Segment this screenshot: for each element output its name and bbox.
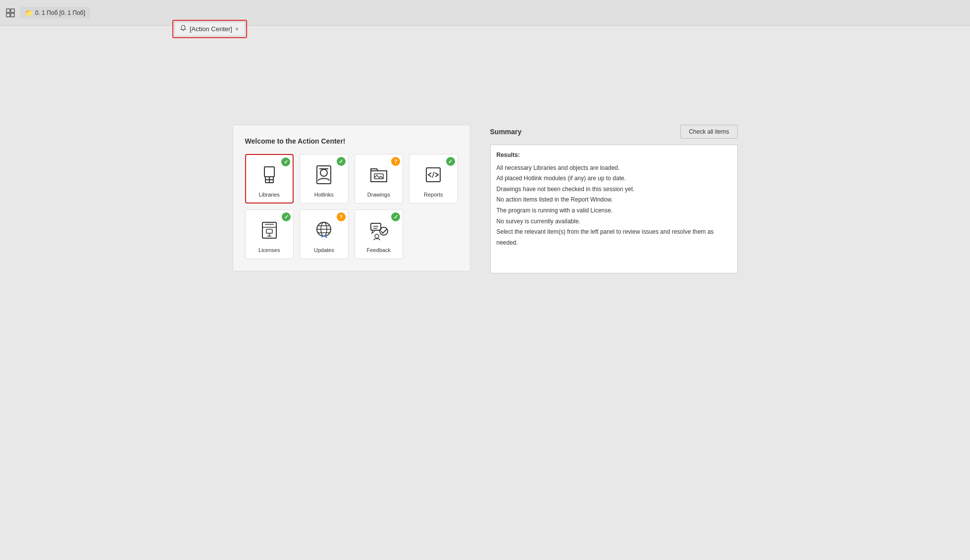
grid-view-icon[interactable]	[5, 7, 16, 18]
folder-tab-label: 0. 1 Поб [0. 1 Поб]	[35, 9, 85, 16]
result-line-2: All placed Hotlink modules (if any) are …	[497, 173, 731, 184]
action-center-tab[interactable]: [Action Center] ×	[174, 22, 245, 36]
updates-icon	[311, 217, 337, 243]
result-line-3: Drawings have not been checked in this s…	[497, 184, 731, 195]
drawings-label: Drawings	[367, 192, 390, 198]
result-line-1: All necessary Libraries and objects are …	[497, 163, 731, 174]
licenses-icon	[256, 217, 282, 243]
grid-row-1: ✓ Libraries ✓	[245, 154, 458, 204]
result-line-7: Select the relevant item(s) from the lef…	[497, 227, 731, 248]
grid-item-drawings[interactable]: ? Drawings	[355, 154, 404, 204]
svg-rect-27	[371, 223, 381, 230]
licenses-status-badge: ✓	[282, 212, 291, 221]
grid-item-licenses[interactable]: ✓ Licenses	[245, 209, 294, 259]
feedback-icon	[366, 217, 392, 243]
close-tab-icon[interactable]: ×	[235, 26, 239, 33]
licenses-label: Licenses	[258, 247, 280, 253]
svg-rect-0	[6, 9, 10, 12]
svg-rect-18	[266, 229, 272, 233]
action-center-tab-highlight: [Action Center] ×	[172, 20, 247, 38]
reports-icon	[420, 162, 446, 188]
svg-point-31	[375, 234, 379, 238]
hotlinks-status-badge: ✓	[337, 157, 346, 166]
welcome-panel: Welcome to the Action Center! ✓	[233, 125, 470, 271]
top-bar: 📁 0. 1 Поб [0. 1 Поб] [Action Center] ×	[0, 0, 970, 26]
folder-icon: 📁	[25, 9, 33, 17]
grid-item-reports[interactable]: ✓ Reports	[409, 154, 458, 204]
folder-tab[interactable]: 📁 0. 1 Поб [0. 1 Поб]	[20, 7, 90, 19]
summary-panel: Summary Check all items Results: All nec…	[490, 125, 738, 273]
svg-rect-3	[11, 13, 14, 17]
grid-item-feedback[interactable]: ✓ Feedbac	[355, 209, 404, 259]
grid-item-updates[interactable]: ? Updates	[300, 209, 349, 259]
drawings-icon	[366, 162, 392, 188]
result-line-4: No action items listed in the Report Win…	[497, 195, 731, 205]
results-label: Results:	[497, 150, 731, 161]
summary-header: Summary Check all items	[490, 125, 738, 139]
result-line-5: The program is running with a valid Lice…	[497, 205, 731, 216]
svg-point-11	[320, 169, 327, 176]
libraries-icon	[256, 162, 282, 188]
svg-rect-1	[11, 9, 14, 12]
action-center-label: [Action Center]	[190, 25, 232, 33]
reports-status-badge: ✓	[446, 157, 455, 166]
results-box[interactable]: Results: All necessary Libraries and obj…	[490, 145, 738, 273]
summary-title: Summary	[490, 128, 522, 136]
updates-label: Updates	[314, 247, 334, 253]
svg-point-30	[380, 227, 388, 235]
grid-item-libraries[interactable]: ✓ Libraries	[245, 154, 294, 204]
hotlinks-icon	[311, 162, 337, 188]
welcome-title: Welcome to the Action Center!	[245, 137, 458, 145]
grid-row-2: ✓ Licenses ?	[245, 209, 458, 259]
svg-line-15	[432, 172, 434, 178]
feedback-label: Feedback	[367, 247, 391, 253]
grid-item-hotlinks[interactable]: ✓ Hotlinks	[300, 154, 349, 204]
libraries-status-badge: ✓	[281, 157, 290, 166]
bell-icon	[180, 25, 187, 33]
check-all-button[interactable]: Check all items	[680, 125, 737, 139]
main-content: Welcome to the Action Center! ✓	[0, 26, 970, 273]
result-line-6: No survey is currently available.	[497, 216, 731, 227]
libraries-label: Libraries	[259, 192, 280, 198]
drawings-status-badge: ?	[391, 157, 400, 166]
hotlinks-label: Hotlinks	[314, 192, 334, 198]
svg-rect-2	[6, 13, 10, 17]
feedback-status-badge: ✓	[391, 212, 400, 221]
svg-rect-4	[264, 167, 274, 177]
reports-label: Reports	[424, 192, 443, 198]
updates-status-badge: ?	[337, 212, 346, 221]
